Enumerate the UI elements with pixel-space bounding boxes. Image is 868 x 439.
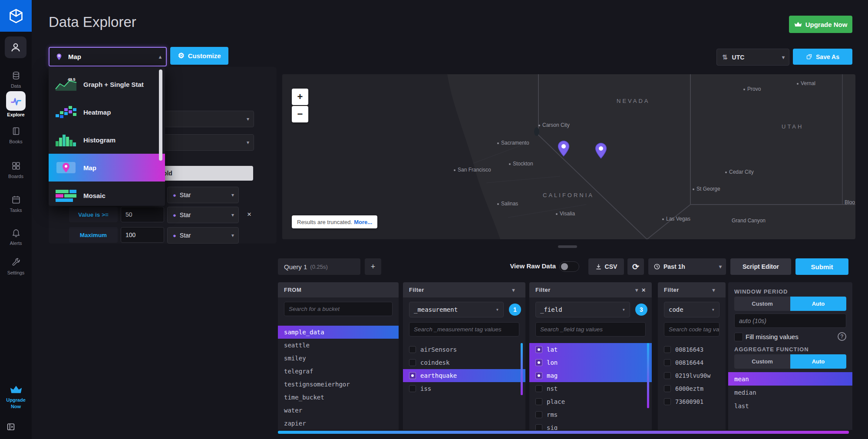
sidebar-upgrade[interactable]: Upgrade Now	[0, 385, 32, 410]
tag-key-dropdown[interactable]: code ▾	[664, 302, 719, 317]
tag-value-row[interactable]: 6000eztm	[658, 382, 726, 395]
builder-horizontal-scrollbar[interactable]	[278, 431, 849, 434]
add-query-button[interactable]: +	[365, 258, 381, 275]
bucket-row-selected[interactable]: sample_data	[278, 326, 399, 339]
aggregate-function-row-selected[interactable]: mean	[728, 372, 852, 386]
bucket-row[interactable]: zapier	[278, 417, 399, 430]
checkbox[interactable]	[664, 372, 671, 379]
submit-button[interactable]: Submit	[795, 258, 848, 275]
influxdb-logo[interactable]	[0, 0, 32, 32]
auto-option[interactable]: Auto	[790, 297, 846, 311]
tag-value-row[interactable]: 00816643	[658, 343, 726, 356]
geo-map-visualization[interactable]: + − NEVADA UTAH CALIFORNIA Carson City S…	[282, 74, 855, 239]
threshold-type-button[interactable]: Value is >=	[69, 207, 118, 222]
bucket-row[interactable]: time_bucket	[278, 391, 399, 404]
view-raw-data-toggle[interactable]	[559, 261, 579, 272]
fill-missing-checkbox[interactable]	[734, 333, 743, 341]
timezone-dropdown[interactable]: ⇅ UTC ▾	[716, 49, 789, 66]
remove-threshold-button[interactable]: ×	[241, 207, 257, 222]
custom-option[interactable]: Custom	[734, 354, 790, 369]
bucket-row[interactable]: smiley	[278, 352, 399, 365]
query-tab[interactable]: Query 1 (0.25s)	[278, 258, 360, 275]
checkbox-checked[interactable]	[535, 372, 542, 379]
tag-key-dropdown[interactable]: _measurement ▾	[409, 302, 504, 317]
threshold-max-input[interactable]: 100	[121, 227, 164, 243]
checkbox[interactable]	[409, 385, 416, 392]
sidebar-item-data[interactable]: Data	[0, 71, 32, 89]
sidebar-item-tasks[interactable]: Tasks	[0, 195, 32, 213]
tag-key-dropdown[interactable]: _field ▾	[535, 302, 630, 317]
custom-option[interactable]: Custom	[734, 297, 790, 311]
filter-column-header[interactable]: Filter ▾	[658, 282, 726, 297]
tag-value-row-selected[interactable]: earthquake	[403, 369, 525, 382]
org-switcher[interactable]	[6, 422, 16, 433]
checkbox-checked[interactable]	[535, 346, 542, 353]
sidebar-item-boards[interactable]: Boards	[0, 161, 32, 179]
viz-option-heatmap[interactable]: Heatmap	[49, 98, 165, 126]
tag-value-row[interactable]: coindesk	[403, 356, 525, 369]
sidebar-item-alerts[interactable]: Alerts	[0, 228, 32, 246]
checkbox[interactable]	[664, 398, 671, 405]
tag-value-row-selected[interactable]: mag	[529, 369, 652, 382]
bucket-search-input[interactable]: Search for a bucket	[284, 302, 393, 316]
filter-column-header[interactable]: Filter ▾	[403, 282, 525, 297]
checkbox[interactable]	[664, 359, 671, 366]
tag-value-row[interactable]: 73600901	[658, 395, 726, 408]
field-search-input[interactable]: Search _field tag values	[535, 322, 646, 337]
tag-value-row[interactable]: place	[529, 395, 652, 408]
tag-value-row[interactable]: 0219lvu90w	[658, 369, 726, 382]
bucket-row[interactable]: telegraf	[278, 365, 399, 378]
viz-option-histogram[interactable]: Histogram	[49, 126, 165, 154]
truncated-more-link[interactable]: More...	[354, 219, 372, 225]
visualization-type-dropdown[interactable]: Map ▴	[49, 47, 167, 66]
close-icon[interactable]: ×	[642, 286, 646, 294]
map-pin-marker[interactable]	[557, 140, 570, 157]
help-icon[interactable]: ?	[838, 332, 846, 341]
checkbox[interactable]	[535, 398, 542, 405]
tag-value-row[interactable]: iss	[403, 382, 525, 395]
pane-resize-handle[interactable]	[558, 245, 577, 248]
filter-column-header[interactable]: Filter ▾ ×	[529, 282, 652, 297]
tag-value-row[interactable]: rms	[529, 408, 652, 421]
list-scrollbar[interactable]	[647, 343, 649, 408]
tag-value-row[interactable]: 00816644	[658, 356, 726, 369]
checkbox[interactable]	[535, 411, 542, 418]
checkbox[interactable]	[535, 424, 542, 430]
sidebar-item-settings[interactable]: Settings	[0, 257, 32, 275]
checkbox-checked[interactable]	[409, 372, 416, 379]
tag-value-row[interactable]: sig	[529, 421, 652, 430]
refresh-button[interactable]: ⟳	[627, 258, 644, 275]
customize-button[interactable]: ⚙ Customize	[170, 47, 228, 65]
threshold-max-button[interactable]: Maximum	[69, 227, 118, 243]
map-pin-marker[interactable]	[594, 142, 607, 159]
user-avatar[interactable]	[5, 36, 26, 58]
bucket-row[interactable]: testignsomeierhgor	[278, 378, 399, 391]
code-search-input[interactable]: Search code tag values	[664, 322, 719, 337]
tag-value-row[interactable]: airSensors	[403, 343, 525, 356]
threshold-color-dropdown-1[interactable]: ● Star ▾	[167, 187, 239, 203]
checkbox[interactable]	[409, 346, 416, 353]
window-period-input[interactable]: auto (10s)	[734, 314, 846, 328]
aggregate-function-row[interactable]: last	[728, 399, 852, 413]
save-as-button[interactable]: Save As	[793, 49, 852, 65]
tag-value-row-selected[interactable]: lat	[529, 343, 652, 356]
threshold-color-dropdown-2[interactable]: ● Star ▾	[167, 207, 239, 223]
sidebar-item-books[interactable]: Books	[0, 126, 32, 144]
csv-download-button[interactable]: CSV	[588, 258, 624, 275]
bucket-row[interactable]: water	[278, 404, 399, 417]
sidebar-item-explore[interactable]: Explore	[0, 91, 32, 117]
zoom-out-button[interactable]: −	[292, 106, 308, 122]
time-range-dropdown[interactable]: Past 1h ▾	[648, 258, 726, 275]
tag-value-row[interactable]: nst	[529, 382, 652, 395]
threshold-color-dropdown-3[interactable]: ● Star ▾	[167, 227, 239, 244]
viz-option-map[interactable]: Map	[49, 154, 165, 182]
auto-option[interactable]: Auto	[790, 354, 846, 369]
bucket-row[interactable]: seattle	[278, 339, 399, 352]
script-editor-button[interactable]: Script Editor	[730, 258, 791, 275]
checkbox[interactable]	[664, 385, 671, 392]
list-scrollbar[interactable]	[521, 343, 523, 395]
upgrade-now-button[interactable]: Upgrade Now	[789, 16, 852, 33]
menu-scrollbar[interactable]	[159, 69, 162, 161]
checkbox[interactable]	[664, 346, 671, 353]
viz-option-graph-single-stat[interactable]: 49.5 Graph + Single Stat	[49, 70, 165, 98]
